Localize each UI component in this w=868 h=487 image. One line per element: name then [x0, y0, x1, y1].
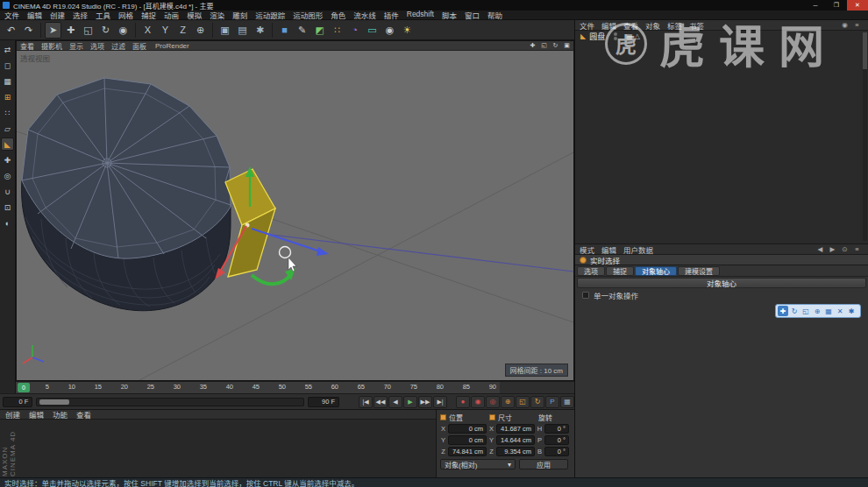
menubar-item[interactable]: 动画: [164, 10, 179, 20]
end-frame-field[interactable]: 90 F: [308, 397, 339, 407]
minimize-button[interactable]: ─: [805, 0, 826, 11]
menubar-item[interactable]: 帮助: [487, 10, 502, 20]
single-object-checkbox[interactable]: [582, 292, 589, 299]
primitive-cube-icon[interactable]: ■: [276, 22, 293, 39]
viewport-menu-prorender[interactable]: ProRender: [155, 42, 189, 50]
model-mode-icon[interactable]: ◻: [1, 59, 14, 72]
prev-key-button[interactable]: ◀◀: [374, 396, 388, 408]
material-menu-item[interactable]: 编辑: [29, 409, 44, 420]
menubar-item[interactable]: 渲染: [210, 10, 224, 20]
om-filter-icon[interactable]: ≡: [852, 21, 862, 30]
menubar-item[interactable]: 窗口: [465, 10, 480, 20]
snapping-icon[interactable]: ∪: [1, 185, 14, 198]
viewport-rotate-icon[interactable]: ↻: [551, 41, 560, 50]
recent-tool-icon[interactable]: ◉: [115, 22, 132, 39]
viewport-menu-item[interactable]: 过滤: [111, 41, 125, 51]
timeline-ruler[interactable]: 051015202530354045505560657075808590 0: [16, 381, 574, 393]
goto-start-button[interactable]: |◀: [359, 396, 373, 408]
axis-center-icon[interactable]: ⊕: [812, 306, 822, 316]
attribute-tab[interactable]: 建模设置: [678, 266, 720, 276]
scale-icon[interactable]: ◱: [80, 22, 96, 39]
polygons-mode-icon[interactable]: ◣: [1, 138, 14, 151]
goto-end-button[interactable]: ▶|: [433, 396, 447, 408]
coordinate-mode-select[interactable]: 对象(相对) ▾: [440, 459, 516, 469]
timeline-slider-handle[interactable]: [39, 399, 69, 405]
attribute-manager-menu-item[interactable]: 编辑: [601, 244, 616, 255]
points-mode-icon[interactable]: ∷: [1, 106, 14, 119]
keyframe-selection-button[interactable]: ◎: [486, 396, 500, 408]
workplane-lock-icon[interactable]: ⊡: [1, 201, 14, 214]
start-frame-field[interactable]: 0 F: [3, 397, 32, 407]
rotation-field[interactable]: 0 °: [544, 447, 569, 456]
cloner-icon[interactable]: ∷: [329, 22, 345, 39]
menubar-item[interactable]: 脚本: [442, 10, 457, 20]
enable-axis-icon[interactable]: ✚: [1, 153, 14, 166]
menubar-item[interactable]: 工具: [96, 10, 110, 20]
rotation-field[interactable]: 0 °: [544, 435, 569, 445]
attribute-manager-menu-item[interactable]: 用户数据: [623, 244, 653, 255]
material-menu-item[interactable]: 功能: [53, 409, 68, 420]
light-icon[interactable]: ☀: [399, 22, 416, 39]
object-tags[interactable]: ▦△: [626, 32, 642, 40]
position-field[interactable]: 0 cm: [448, 424, 487, 434]
make-editable-icon[interactable]: ⇄: [1, 43, 14, 56]
viewport-maximize-icon[interactable]: ▣: [562, 41, 572, 50]
section-header[interactable]: 对象轴心: [577, 278, 866, 288]
live-selection-icon[interactable]: ➤: [45, 22, 61, 39]
scene-3d[interactable]: [17, 51, 573, 380]
menubar-item[interactable]: 文件: [4, 10, 19, 20]
texture-mode-icon[interactable]: ▦: [1, 74, 14, 88]
timeline-slider[interactable]: [36, 398, 304, 406]
lock-icon[interactable]: ⊙: [840, 245, 850, 254]
rotate-icon[interactable]: ↻: [97, 22, 114, 39]
camera-icon[interactable]: ◉: [381, 22, 398, 39]
material-menu-item[interactable]: 查看: [76, 409, 91, 420]
om-search-icon[interactable]: ◉: [840, 21, 850, 30]
record-pla-button[interactable]: ▦: [560, 396, 574, 408]
close-button[interactable]: ✕: [847, 0, 868, 11]
menubar-item[interactable]: 捕捉: [141, 10, 156, 20]
record-keyframe-button[interactable]: ●: [456, 396, 470, 408]
undo-icon[interactable]: ↶: [3, 22, 19, 39]
lock-z-axis-icon[interactable]: Z: [174, 22, 191, 39]
history-back-icon[interactable]: ◀: [815, 245, 825, 254]
visibility-d-icon[interactable]: [614, 32, 617, 40]
size-field[interactable]: 9.354 cm: [496, 447, 535, 456]
attribute-tab[interactable]: 捕捉: [606, 266, 634, 276]
object-row[interactable]: ◣ 圆盘 ▦△: [575, 31, 868, 42]
object-tree-scrollbar[interactable]: [863, 32, 867, 241]
autokey-button[interactable]: ◉: [471, 396, 485, 408]
menubar-item[interactable]: 网格: [118, 10, 133, 20]
attribute-tab[interactable]: 选项: [577, 266, 605, 276]
viewport-canvas[interactable]: 透视视图 网格间距 : 10 cm: [17, 51, 573, 380]
viewport-solo-icon[interactable]: ◎: [1, 169, 14, 182]
record-position-button[interactable]: ⊕: [501, 396, 515, 408]
viewport-zoom-icon[interactable]: ◱: [539, 41, 549, 50]
menubar-item[interactable]: 创建: [50, 10, 65, 20]
prev-frame-button[interactable]: ◀: [388, 396, 402, 408]
object-manager-menu-item[interactable]: 编辑: [601, 20, 616, 31]
object-manager-menu-item[interactable]: 查看: [623, 20, 638, 31]
axis-rotate-icon[interactable]: ↻: [789, 306, 800, 316]
position-field[interactable]: 74.841 cm: [448, 447, 487, 456]
lock-x-axis-icon[interactable]: X: [139, 22, 156, 39]
menubar-item[interactable]: 运动跟踪: [255, 10, 285, 20]
current-frame-marker[interactable]: 0: [18, 383, 30, 392]
history-forward-icon[interactable]: ▶: [828, 245, 837, 254]
play-button[interactable]: ▶: [403, 396, 417, 408]
menubar-item[interactable]: 流水线: [353, 10, 376, 20]
menubar-item[interactable]: 选择: [73, 10, 88, 20]
redo-icon[interactable]: ↷: [20, 22, 37, 39]
subdivision-surface-icon[interactable]: ◩: [311, 22, 328, 39]
menubar-item[interactable]: 插件: [384, 10, 399, 20]
spline-pen-icon[interactable]: ✎: [294, 22, 310, 39]
menubar-item[interactable]: 运动图形: [293, 10, 323, 20]
menubar-item[interactable]: Redshift: [407, 10, 434, 20]
workplane-mode-icon[interactable]: ⊞: [1, 90, 14, 103]
render-view-icon[interactable]: ▣: [217, 22, 233, 39]
attribute-manager-menu-item[interactable]: 模式: [580, 244, 594, 255]
menubar-item[interactable]: 编辑: [27, 10, 42, 20]
axis-reset-icon[interactable]: ✕: [835, 306, 845, 316]
environment-icon[interactable]: ▭: [364, 22, 381, 39]
object-manager-menu-item[interactable]: 标签: [667, 20, 682, 31]
